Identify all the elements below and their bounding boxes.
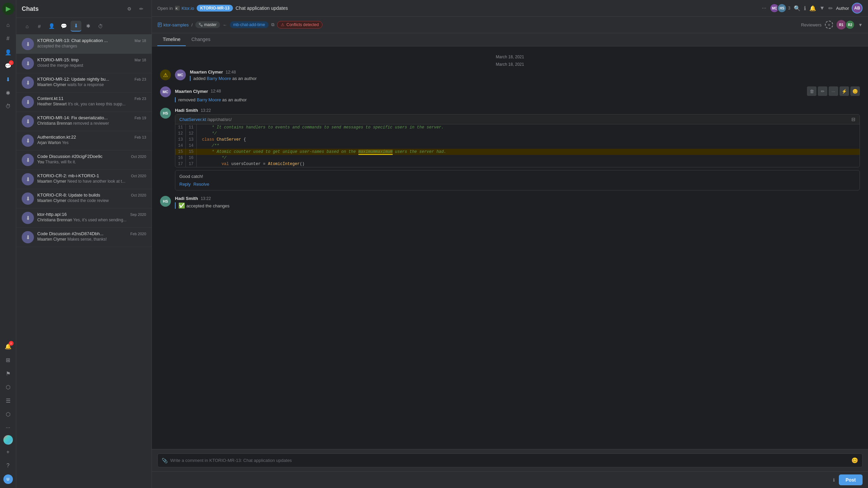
- compose-button[interactable]: ✏: [137, 4, 146, 14]
- tab-home[interactable]: ⌂: [22, 21, 33, 32]
- nav-hash-icon[interactable]: #: [2, 33, 14, 45]
- copy-code-button[interactable]: ⊟: [851, 117, 855, 122]
- breadcrumb-repo[interactable]: ktor-samples: [157, 22, 189, 27]
- chat-item-avatar: ⬇: [22, 115, 34, 127]
- nav-puzzle-icon[interactable]: ⬡: [2, 381, 14, 393]
- date-separator-2: March 18, 2021: [160, 62, 860, 67]
- chat-item-title: KTORIO-CR-8: Update to builds: [37, 192, 100, 198]
- nav-shield-icon[interactable]: ⬡: [2, 408, 14, 420]
- nav-list-icon[interactable]: ☰: [2, 394, 14, 407]
- mention-link[interactable]: Barry Moore: [207, 76, 231, 81]
- mr-badge[interactable]: KTORIO-MR-13: [197, 5, 233, 12]
- nav-clock-icon[interactable]: ⏱: [2, 100, 14, 113]
- bell-notification-icon[interactable]: 🔔: [809, 5, 816, 12]
- repo-icon: [157, 22, 162, 27]
- nav-bell-icon[interactable]: 🔔 2: [2, 340, 14, 352]
- more-options-icon[interactable]: ···: [762, 5, 766, 11]
- emoji-button[interactable]: 😊: [851, 457, 858, 464]
- avatar-count: 3: [788, 6, 790, 11]
- ktor-io-label: Ktor.io: [182, 6, 194, 11]
- nav-more-icon[interactable]: ···: [2, 422, 14, 434]
- app-logo[interactable]: ▶: [2, 3, 14, 15]
- attach-icon[interactable]: 📎: [162, 458, 167, 463]
- reviewer-avatar-2[interactable]: R2: [845, 20, 855, 29]
- code-filename[interactable]: ChatServer.kt: [179, 117, 206, 122]
- chat-item-avatar: ⬇: [22, 173, 34, 185]
- nav-home-icon[interactable]: ⌂: [2, 19, 14, 31]
- conflicts-label: Conflicts detected: [287, 22, 319, 27]
- nav-person-icon[interactable]: 👤: [2, 46, 14, 58]
- settings-button[interactable]: ⚙: [124, 4, 134, 14]
- mention-link[interactable]: Barry Moore: [197, 97, 221, 102]
- chat-item-date: Mar 18: [135, 58, 146, 62]
- edit-icon[interactable]: ✏: [828, 5, 833, 12]
- chat-item-avatar: ⬇: [22, 57, 34, 69]
- chat-item-subtitle: Maarten Clymer Makes sense, thanks!: [37, 237, 146, 242]
- comment-input-box[interactable]: 📎 Write a comment in KTORIO-MR-13: Chat …: [157, 453, 863, 467]
- chat-item[interactable]: ⬇ Authentication.kt:22 Feb 13 Arjan Wart…: [16, 131, 152, 150]
- branch-from-badge[interactable]: master: [195, 21, 220, 28]
- tab-person[interactable]: 👤: [46, 21, 57, 32]
- chat-item[interactable]: ⬇ ktor-http.api:16 Sep 2020 Christiana B…: [16, 208, 152, 228]
- top-bar-right: ··· MC HS 3 🔍 ℹ 🔔 ▼ ✏ Author AB: [762, 3, 863, 14]
- nav-chat-icon[interactable]: 💬 !: [2, 60, 14, 72]
- chat-item-date: Oct 2020: [131, 174, 146, 178]
- nav-add-icon[interactable]: +: [2, 446, 14, 458]
- search-icon[interactable]: 🔍: [794, 5, 801, 12]
- author-avatar[interactable]: AB: [852, 3, 863, 14]
- chat-item[interactable]: ⬇ Code Discussion #20cigF2Doe9c Oct 2020…: [16, 150, 152, 170]
- chat-item[interactable]: ⬇ KTORIO-MR-15: tmp Mar 18 closed the me…: [16, 54, 152, 73]
- tab-chat[interactable]: 💬: [58, 21, 69, 32]
- icon-bar: ▶ ⌂ # 👤 💬 ! ⬇ ✱ ⏱ 🔔 2 ⊞ ⚑ ⬡ ☰ ⬡ ···: [0, 0, 16, 488]
- chat-item[interactable]: ⬇ Code Discussion #2nsD874Dbh... Feb 202…: [16, 228, 152, 247]
- event-time: 13:22: [201, 196, 211, 201]
- more-button[interactable]: ···: [829, 86, 838, 96]
- post-info-icon[interactable]: ℹ: [833, 477, 835, 483]
- tab-merge[interactable]: ⬇: [71, 21, 81, 32]
- copy-branch-icon[interactable]: ⧉: [271, 22, 274, 27]
- warning-icon: ⚠: [281, 22, 284, 27]
- chat-item-avatar: ⬇: [22, 38, 34, 50]
- reviewer-avatar-1[interactable]: R1: [836, 20, 846, 29]
- edit-button[interactable]: ✏: [818, 86, 827, 96]
- user-avatar[interactable]: U: [3, 474, 13, 484]
- trash-button[interactable]: 🗑: [807, 86, 816, 96]
- chat-item-date: Oct 2020: [131, 193, 146, 197]
- reviewers-dropdown-icon[interactable]: ▼: [858, 22, 863, 27]
- tab-asterisk[interactable]: ✱: [83, 21, 94, 32]
- branch-to-badge[interactable]: mb-chat-add-time: [230, 21, 269, 28]
- chat-item-date: Feb 13: [135, 135, 146, 139]
- chat-item-subtitle: accepted the changes: [37, 44, 146, 48]
- emoji-react-button[interactable]: 😊: [850, 86, 860, 96]
- info-icon[interactable]: ℹ: [804, 5, 806, 12]
- chat-item-title: ktor-http.api:16: [37, 212, 67, 217]
- tab-clock[interactable]: ⏱: [95, 21, 106, 32]
- tab-changes[interactable]: Changes: [186, 33, 216, 46]
- conflicts-badge[interactable]: ⚠ Conflicts detected: [277, 21, 322, 28]
- chat-item[interactable]: ⬇ KTORIO-MR-14: Fix deserializatio... Fe…: [16, 112, 152, 131]
- main-content: Open in K Ktor.io KTORIO-MR-13 Chat appl…: [152, 0, 868, 488]
- nav-flag-icon[interactable]: ⚑: [2, 367, 14, 380]
- nav-grid-icon[interactable]: ⊞: [2, 354, 14, 366]
- add-reviewer-button[interactable]: +: [825, 21, 833, 29]
- open-in-link[interactable]: Open in K Ktor.io: [157, 6, 194, 11]
- lightning-button[interactable]: ⚡: [840, 86, 849, 96]
- reply-button[interactable]: Reply: [179, 182, 191, 187]
- resolve-button[interactable]: Resolve: [193, 182, 209, 187]
- chat-item[interactable]: ⬇ Content.kt:11 Feb 23 Heather Stewart I…: [16, 93, 152, 112]
- nav-help-icon[interactable]: ?: [2, 460, 14, 472]
- nav-merge-icon[interactable]: ⬇: [2, 73, 14, 85]
- chat-item-subtitle: Arjan Warton Yes: [37, 140, 146, 145]
- chat-list-header: Chats ⚙ ✏: [16, 0, 152, 18]
- nav-multicolor-icon[interactable]: [3, 435, 13, 445]
- chat-item[interactable]: ⬇ KTORIO-MR-12: Update nightly bu... Feb…: [16, 73, 152, 93]
- chat-item[interactable]: ⬇ KTORIO-MR-13: Chat application ... Mar…: [16, 35, 152, 54]
- post-button[interactable]: Post: [839, 474, 863, 485]
- chat-item[interactable]: ⬇ KTORIO-CR-8: Update to builds Oct 2020…: [16, 189, 152, 208]
- chat-item[interactable]: ⬇ KTORIO-CR-2: mb-i-KTORIO-1 Oct 2020 Ma…: [16, 170, 152, 189]
- nav-asterisk-icon[interactable]: ✱: [2, 87, 14, 99]
- tab-hash[interactable]: #: [34, 21, 45, 32]
- ktor-icon: K: [175, 6, 180, 11]
- tab-timeline[interactable]: Timeline: [157, 33, 186, 46]
- chevron-down-icon[interactable]: ▼: [820, 5, 825, 11]
